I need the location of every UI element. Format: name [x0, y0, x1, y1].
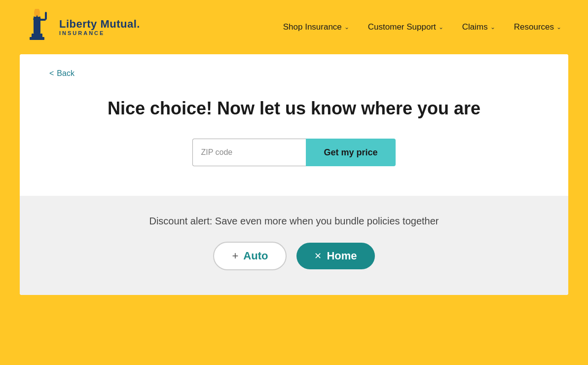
upper-section: < Back Nice choice! Now let us know wher…	[20, 54, 568, 196]
nav-item-shop-insurance[interactable]: Shop Insurance ⌄	[276, 18, 356, 36]
content-card: < Back Nice choice! Now let us know wher…	[20, 54, 568, 295]
chevron-down-icon: ⌄	[556, 24, 561, 31]
main-wrapper: < Back Nice choice! Now let us know wher…	[0, 54, 588, 310]
discount-text: Discount alert: Save even more when you …	[49, 216, 539, 227]
nav-item-customer-support[interactable]: Customer Support ⌄	[361, 18, 450, 36]
back-label: Back	[57, 69, 74, 78]
bundle-auto-label: Auto	[243, 250, 268, 262]
back-link[interactable]: < Back	[49, 69, 539, 78]
get-price-label: Get my price	[324, 147, 377, 157]
main-nav: Shop Insurance ⌄ Customer Support ⌄ Clai…	[276, 18, 568, 36]
x-icon: ✕	[314, 251, 322, 261]
plus-icon: +	[232, 250, 238, 262]
svg-rect-8	[30, 37, 44, 40]
svg-rect-5	[39, 19, 46, 21]
bundle-auto-button[interactable]: + Auto	[213, 242, 287, 270]
nav-label-customer-support: Customer Support	[368, 22, 436, 32]
zip-form: Get my price	[49, 139, 539, 166]
nav-label-claims: Claims	[462, 22, 488, 32]
nav-item-claims[interactable]: Claims ⌄	[455, 18, 502, 36]
nav-label-shop-insurance: Shop Insurance	[283, 22, 342, 32]
chevron-down-icon: ⌄	[439, 24, 443, 31]
bundle-home-label: Home	[327, 250, 357, 262]
back-chevron-icon: <	[49, 69, 54, 78]
header: Liberty Mutual. INSURANCE Shop Insurance…	[0, 0, 588, 54]
get-price-button[interactable]: Get my price	[306, 139, 395, 166]
nav-label-resources: Resources	[514, 22, 554, 32]
nav-item-resources[interactable]: Resources ⌄	[507, 18, 568, 36]
svg-rect-6	[45, 12, 47, 20]
logo[interactable]: Liberty Mutual. INSURANCE	[20, 9, 140, 46]
chevron-down-icon: ⌄	[344, 24, 349, 31]
logo-text: Liberty Mutual. INSURANCE	[59, 18, 140, 36]
main-heading: Nice choice! Now let us know where you a…	[49, 98, 539, 119]
chevron-down-icon: ⌄	[490, 24, 495, 31]
bundle-options: + Auto ✕ Home	[49, 242, 539, 270]
lower-section: Discount alert: Save even more when you …	[20, 196, 568, 295]
logo-sub: INSURANCE	[59, 30, 140, 36]
logo-name: Liberty Mutual.	[59, 18, 140, 30]
zip-input[interactable]	[192, 139, 306, 166]
svg-rect-7	[32, 34, 42, 37]
logo-icon	[20, 9, 54, 46]
bundle-home-button[interactable]: ✕ Home	[296, 243, 374, 269]
